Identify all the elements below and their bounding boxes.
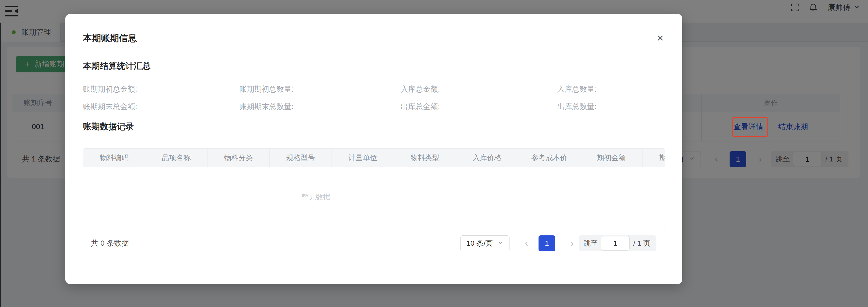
screen: 康帅傅 账期管理 + 新增账期 账期序号 xyxy=(0,0,868,307)
column-header: 品项名称 xyxy=(145,149,208,167)
stat-label: 账期期末总金额: xyxy=(83,101,239,112)
stat-label: 入库总金额: xyxy=(401,83,557,95)
stat-label: 出库总数量: xyxy=(557,101,664,112)
page-size-value: 10 条/页 xyxy=(466,238,493,248)
total-pages: / 1 页 xyxy=(633,238,650,248)
jump-label: 跳至 xyxy=(584,238,598,248)
empty-state-text: 暂无数据 xyxy=(302,192,330,202)
records-prev-page-button[interactable]: ‹ xyxy=(521,235,532,251)
column-header: 物料编码 xyxy=(83,149,145,167)
stat-label: 账期期末总数量: xyxy=(239,101,401,112)
column-header: 入库价格 xyxy=(456,149,518,167)
column-header: 物料类型 xyxy=(394,149,456,167)
chevron-down-icon xyxy=(497,239,504,247)
column-header: 期初金额 xyxy=(580,149,643,167)
column-header: 规格型号 xyxy=(270,149,332,167)
stat-label: 账期期初总金额: xyxy=(83,83,239,95)
stat-label: 入库总数量: xyxy=(557,83,664,95)
stat-label: 账期期初总数量: xyxy=(239,83,401,95)
records-page-jumper: 跳至 / 1 页 xyxy=(579,235,656,251)
column-header: 物料分类 xyxy=(208,149,270,167)
column-header: 计量单位 xyxy=(332,149,394,167)
modal-title: 本期账期信息 xyxy=(83,32,137,44)
records-table: 物料编码 品项名称 物料分类 规格型号 计量单位 物料类型 入库价格 参考成本价… xyxy=(83,148,665,227)
records-jump-page-input[interactable] xyxy=(601,236,630,250)
summary-stats: 账期期初总金额: 账期期初总数量: 入库总金额: 入库总数量: 账期期末总金额:… xyxy=(83,83,664,112)
close-icon[interactable]: × xyxy=(652,30,669,46)
records-total-count: 共 0 条数据 xyxy=(91,238,129,248)
click-highlight-box xyxy=(732,117,768,137)
period-info-modal: 本期账期信息 × 本期结算统计汇总 账期期初总金额: 账期期初总数量: 入库总金… xyxy=(65,14,682,284)
column-header: 期初数量 xyxy=(643,149,665,167)
records-page-1-button[interactable]: 1 xyxy=(538,235,555,251)
records-heading: 账期数据记录 xyxy=(83,121,134,132)
records-table-header: 物料编码 品项名称 物料分类 规格型号 计量单位 物料类型 入库价格 参考成本价… xyxy=(83,149,665,167)
column-header: 参考成本价 xyxy=(518,149,580,167)
records-page-size-select[interactable]: 10 条/页 xyxy=(460,235,509,251)
stat-label: 出库总金额: xyxy=(401,101,557,112)
summary-heading: 本期结算统计汇总 xyxy=(83,60,151,72)
records-next-page-button[interactable]: › xyxy=(567,235,577,251)
records-table-body: 暂无数据 xyxy=(83,167,665,227)
